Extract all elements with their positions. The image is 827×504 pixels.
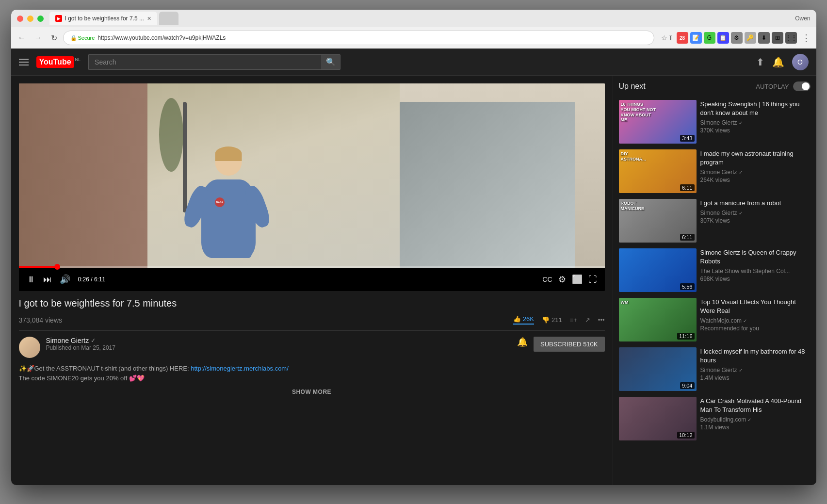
card-title: Simone Giertz is Queen of Crappy Robots — [700, 248, 811, 266]
settings-button[interactable]: ⚙ — [556, 272, 568, 287]
mute-button[interactable]: 🔊 — [58, 272, 72, 287]
bookmark-icon[interactable]: ☆ — [661, 34, 667, 42]
header-right: ⬆ 🔔 O — [756, 54, 809, 70]
mac-window: ▶ I got to be weightless for 7.5 ... ✕ O… — [11, 10, 816, 485]
youtube-logo-box: YouTube — [36, 56, 74, 68]
card-info: Speaking Swenglish | 16 things you don't… — [700, 100, 811, 144]
minimize-button[interactable] — [27, 16, 33, 22]
sidebar-videos: 16 THINGS YOU MIGHT NOT KNOW ABOUT ME 3:… — [619, 97, 811, 443]
channel-info: Simone Giertz ✓ Published on Mar 25, 201… — [46, 337, 511, 351]
pause-button[interactable]: ⏸ — [25, 273, 37, 287]
card-channel: WatchMojo.com ✓ — [700, 317, 811, 324]
video-card[interactable]: 10:12 A Car Crash Motivated A 400-Pound … — [619, 394, 811, 443]
card-views: 370K views — [700, 127, 811, 134]
new-tab[interactable] — [159, 12, 178, 25]
bell-button[interactable]: 🔔 — [517, 337, 528, 347]
time-display: 0:26 / 6:11 — [78, 276, 106, 283]
dislike-button[interactable]: 👎 211 — [542, 316, 562, 324]
add-to-queue-button[interactable]: ≡+ — [570, 316, 577, 324]
tab-close-icon[interactable]: ✕ — [147, 16, 151, 22]
video-progress-fill — [19, 266, 58, 268]
youtube-logo[interactable]: YouTube NL — [36, 56, 81, 68]
miniplayer-button[interactable]: ⬜ — [570, 272, 584, 287]
share-button[interactable]: ↗ — [585, 316, 590, 324]
ext-5[interactable]: ⚙ — [731, 32, 743, 44]
video-card[interactable]: 16 THINGS YOU MIGHT NOT KNOW ABOUT ME 3:… — [619, 97, 811, 146]
description-text: ✨🚀Get the ASSTRONAUT t-shirt (and other … — [19, 364, 605, 383]
captions-button[interactable]: CC — [540, 274, 554, 285]
thumb-text: 16 THINGS YOU MIGHT NOT KNOW ABOUT ME — [621, 102, 656, 123]
channel-name: Simone Giertz ✓ — [46, 337, 511, 344]
fullscreen-button[interactable]: ⛶ — [586, 273, 599, 287]
video-thumbnail: 10:12 — [619, 397, 697, 440]
title-bar: ▶ I got to be weightless for 7.5 ... ✕ O… — [11, 10, 816, 27]
ext-8[interactable]: ⊞ — [772, 32, 783, 44]
main-content: NASA — [11, 76, 816, 485]
thumb-duration: 9:04 — [680, 382, 694, 389]
description-link[interactable]: http://simonegiertz.merchlabs.com/ — [191, 365, 289, 372]
video-card[interactable]: ROBOT MANICURE 6:11 I got a manicure fro… — [619, 196, 811, 245]
more-button[interactable]: ••• — [598, 316, 605, 324]
window-buttons — [17, 16, 44, 22]
maximize-button[interactable] — [37, 16, 44, 22]
sidebar: Up next AUTOPLAY 16 THINGS YOU MIGHT NOT… — [613, 76, 816, 485]
video-card[interactable]: WM 11:16 Top 10 Visual Effects You Thoug… — [619, 295, 811, 344]
video-player[interactable]: NASA — [19, 83, 605, 291]
card-channel: Simone Giertz ✓ — [700, 367, 811, 374]
video-thumbnail: ROBOT MANICURE 6:11 — [619, 199, 697, 243]
reload-button[interactable]: ↻ — [48, 32, 60, 45]
tab-favicon: ▶ — [55, 15, 62, 22]
card-views: 264K views — [700, 177, 811, 183]
ext-9[interactable]: ⋮⋮ — [785, 32, 797, 44]
thumb-duration: 11:16 — [677, 333, 695, 340]
notification-icon[interactable]: 🔔 — [772, 56, 784, 68]
profile-icon[interactable]: 𝐈 — [669, 34, 672, 42]
card-channel: Simone Giertz ✓ — [700, 210, 811, 216]
thumb-duration: 10:12 — [677, 432, 695, 439]
ext-2[interactable]: 📝 — [690, 32, 702, 44]
user-avatar[interactable]: O — [792, 54, 809, 70]
channel-avatar[interactable] — [19, 337, 40, 358]
ext-1[interactable]: 28 — [677, 32, 688, 44]
card-info: Top 10 Visual Effects You Thought Were R… — [700, 298, 811, 341]
upload-icon[interactable]: ⬆ — [756, 56, 764, 68]
ext-3[interactable]: G — [704, 32, 715, 44]
like-button[interactable]: 👍 26K — [513, 315, 534, 325]
secure-badge: 🔒 Secure — [70, 35, 95, 41]
autoplay-toggle[interactable] — [793, 81, 811, 91]
ext-4[interactable]: 📋 — [717, 32, 729, 44]
hamburger-menu-button[interactable] — [19, 59, 29, 65]
next-button[interactable]: ⏭ — [41, 273, 54, 287]
address-input[interactable]: 🔒 Secure https://www.youtube.com/watch?v… — [63, 31, 654, 45]
video-progress[interactable] — [19, 266, 605, 268]
active-tab[interactable]: ▶ I got to be weightless for 7.5 ... ✕ — [49, 12, 157, 25]
channel-date: Published on Mar 25, 2017 — [46, 344, 511, 351]
video-title: I got to be weightless for 7.5 minutes — [19, 297, 605, 309]
card-title: Top 10 Visual Effects You Thought Were R… — [700, 298, 811, 315]
video-thumbnail: DIY ASTRONA... 6:11 — [619, 149, 697, 193]
back-button[interactable]: ← — [15, 32, 29, 44]
card-views: 307K views — [700, 217, 811, 224]
show-more-button[interactable]: SHOW MORE — [19, 389, 605, 395]
tab-bar: ▶ I got to be weightless for 7.5 ... ✕ — [49, 12, 795, 25]
video-card[interactable]: 9:04 I locked myself in my bathroom for … — [619, 344, 811, 394]
close-button[interactable] — [17, 16, 23, 22]
card-channel: Simone Giertz ✓ — [700, 169, 811, 176]
video-card[interactable]: DIY ASTRONA... 6:11 I made my own astron… — [619, 146, 811, 196]
card-info: I got a manicure from a robot Simone Gie… — [700, 199, 811, 243]
subscribe-button[interactable]: SUBSCRIBED 510K — [534, 337, 605, 352]
video-thumbnail: 9:04 — [619, 347, 697, 391]
ext-7[interactable]: ⬇ — [758, 32, 770, 44]
search-input[interactable] — [88, 54, 321, 70]
forward-button[interactable]: → — [32, 32, 45, 44]
video-card[interactable]: 5:56 Simone Giertz is Queen of Crappy Ro… — [619, 245, 811, 295]
video-views: 373,084 views — [19, 316, 63, 324]
video-meta-row: 373,084 views 👍 26K 👎 211 ≡+ ↗ ••• — [19, 315, 605, 325]
card-title: I made my own astronaut training program — [700, 149, 811, 167]
search-button[interactable]: 🔍 — [321, 54, 341, 70]
ext-6[interactable]: 🔑 — [745, 32, 756, 44]
up-next-label: Up next — [619, 82, 646, 91]
thumb-text: ROBOT MANICURE — [621, 201, 645, 211]
chrome-menu-button[interactable]: ⋮ — [800, 33, 812, 43]
card-views: Recommended for you — [700, 325, 811, 332]
